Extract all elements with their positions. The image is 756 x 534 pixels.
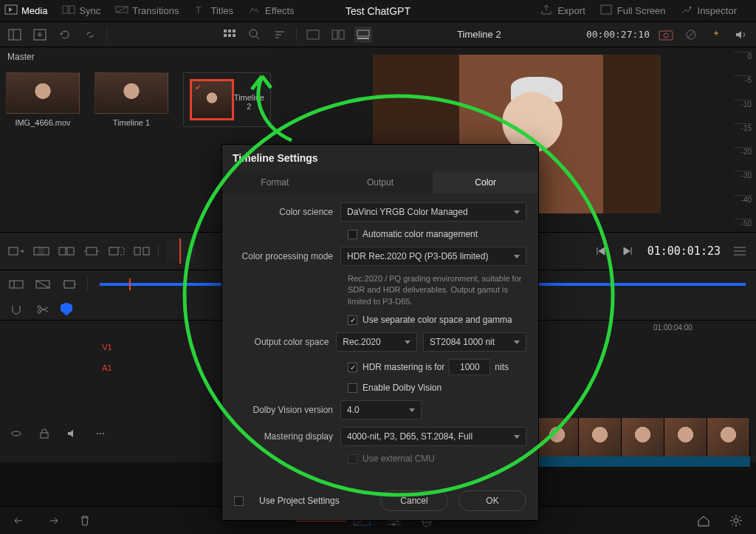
svg-rect-39	[64, 281, 75, 288]
checkbox-dolby[interactable]	[348, 383, 357, 393]
speaker-icon[interactable]	[732, 27, 750, 43]
select-dv-version[interactable]: 4.0	[340, 400, 422, 420]
svg-rect-12	[233, 30, 236, 32]
scissors-icon[interactable]	[34, 301, 52, 318]
pool-item-timeline2[interactable]: ⊞✔Timeline 2	[183, 72, 271, 127]
bypass-icon[interactable]	[682, 27, 700, 43]
overwrite-icon[interactable]	[32, 243, 50, 259]
select-mastering-display[interactable]: 4000-nit, P3, D65, ST.2084, Full	[340, 427, 526, 446]
checkbox-ext-cmu	[348, 454, 357, 464]
tab-format[interactable]: Format	[222, 171, 328, 194]
sort-icon[interactable]	[271, 27, 289, 43]
grid-view-icon[interactable]	[221, 27, 238, 43]
select-output-gamma[interactable]: ST2084 1000 nit	[423, 332, 526, 352]
menu-icon[interactable]	[731, 243, 749, 259]
layout-icon[interactable]	[6, 27, 24, 43]
select-value: DaVinci YRGB Color Managed	[347, 207, 468, 217]
svg-point-40	[38, 306, 41, 309]
pool-item-timeline1[interactable]: ⊞Timeline 1	[94, 72, 168, 127]
fit-icon[interactable]	[83, 243, 100, 259]
link-icon[interactable]	[81, 27, 99, 43]
lock-icon[interactable]	[35, 425, 53, 442]
fullscreen-button[interactable]: Full Screen	[600, 4, 670, 18]
checkbox-separate-cs[interactable]	[348, 315, 357, 325]
view1-icon[interactable]	[304, 27, 322, 43]
cancel-button[interactable]: Cancel	[380, 490, 448, 511]
app-topbar: Media Sync Transitions T Titles Effects …	[0, 0, 756, 22]
svg-rect-19	[332, 30, 337, 39]
import-icon[interactable]	[31, 27, 49, 43]
append-icon[interactable]	[108, 243, 126, 259]
inspector-label: Inspector	[698, 5, 737, 16]
audio-icon[interactable]	[63, 425, 81, 442]
tab-color[interactable]: Color	[433, 171, 538, 194]
undo-icon[interactable]	[10, 511, 30, 530]
insert-icon[interactable]	[7, 243, 25, 259]
svg-rect-36	[10, 281, 23, 288]
select-cp-mode[interactable]: HDR Rec.2020 PQ (P3-D65 limited)	[340, 247, 526, 266]
search-icon[interactable]	[246, 27, 264, 43]
svg-rect-10	[224, 30, 227, 32]
ripple-icon[interactable]	[133, 243, 151, 259]
checkbox-use-project[interactable]	[234, 496, 244, 506]
label-ext-cmu: Use external CMU	[362, 453, 435, 464]
ok-button[interactable]: OK	[458, 490, 526, 511]
sparkle-icon[interactable]	[707, 27, 725, 43]
svg-line-17	[256, 36, 259, 39]
track-labels: V1 A1	[96, 337, 118, 378]
tool-c-icon[interactable]	[61, 276, 78, 292]
svg-rect-13	[224, 34, 227, 37]
label-separate-cs: Use separate color space and gamma	[362, 315, 512, 325]
label-output-cs: Output color space	[234, 337, 336, 347]
tab-titles[interactable]: T Titles	[193, 4, 238, 18]
svg-point-6	[689, 6, 691, 8]
svg-rect-23	[659, 31, 673, 40]
select-color-science[interactable]: DaVinci YRGB Color Managed	[340, 202, 526, 222]
chevron-down-icon	[514, 435, 520, 439]
export-button[interactable]: Export	[540, 4, 590, 18]
track-v1[interactable]: V1	[96, 337, 118, 357]
tab-transitions[interactable]: Transitions	[115, 4, 183, 18]
svg-text:T: T	[196, 5, 202, 15]
label-cp-mode: Color processing mode	[234, 251, 340, 261]
select-output-cs[interactable]: Rec.2020	[336, 332, 417, 352]
snapshot-icon[interactable]	[657, 27, 675, 43]
svg-rect-14	[228, 34, 231, 37]
more-icon[interactable]: ⋯	[92, 425, 109, 442]
tool-b-icon[interactable]	[34, 276, 52, 292]
scale-tick: -50	[734, 219, 753, 227]
label-use-project: Use Project Settings	[259, 496, 340, 506]
checkbox-hdr-mastering[interactable]	[348, 363, 357, 372]
tab-media[interactable]: Media	[4, 4, 52, 18]
track-a1[interactable]: A1	[96, 357, 118, 378]
refresh-icon[interactable]	[56, 27, 74, 43]
pool-item-clip[interactable]: ♪IMG_4666.mov	[6, 72, 80, 127]
redo-icon[interactable]	[43, 511, 62, 530]
tool-a-icon[interactable]	[7, 276, 25, 292]
label-auto-cm: Automatic color management	[362, 229, 478, 239]
checkbox-auto-cm[interactable]	[348, 230, 357, 239]
tab-effects[interactable]: Effects	[248, 4, 299, 18]
tab-titles-label: Titles	[210, 5, 233, 16]
snap-icon[interactable]	[7, 301, 25, 318]
input-hdr-nits[interactable]: 1000	[449, 359, 490, 375]
svg-rect-30	[59, 247, 66, 255]
home-icon[interactable]	[694, 511, 713, 530]
trash-icon[interactable]	[75, 511, 94, 530]
label-dolby: Enable Dolby Vision	[362, 383, 441, 393]
tab-sync[interactable]: Sync	[62, 4, 105, 18]
view2-icon[interactable]	[329, 27, 347, 43]
svg-rect-2	[69, 6, 75, 13]
gear-icon[interactable]	[726, 511, 746, 530]
svg-rect-7	[9, 30, 21, 40]
sync-lock-icon[interactable]	[7, 425, 25, 442]
chevron-down-icon	[514, 255, 520, 259]
prev-clip-icon[interactable]	[591, 243, 609, 259]
inspector-button[interactable]: Inspector	[681, 4, 741, 18]
next-clip-icon[interactable]	[619, 243, 637, 259]
view3-icon[interactable]	[354, 27, 372, 43]
replace-icon[interactable]	[58, 243, 75, 259]
label-nits: nits	[495, 362, 509, 372]
tab-output[interactable]: Output	[328, 171, 433, 194]
marker-icon[interactable]	[61, 303, 72, 316]
